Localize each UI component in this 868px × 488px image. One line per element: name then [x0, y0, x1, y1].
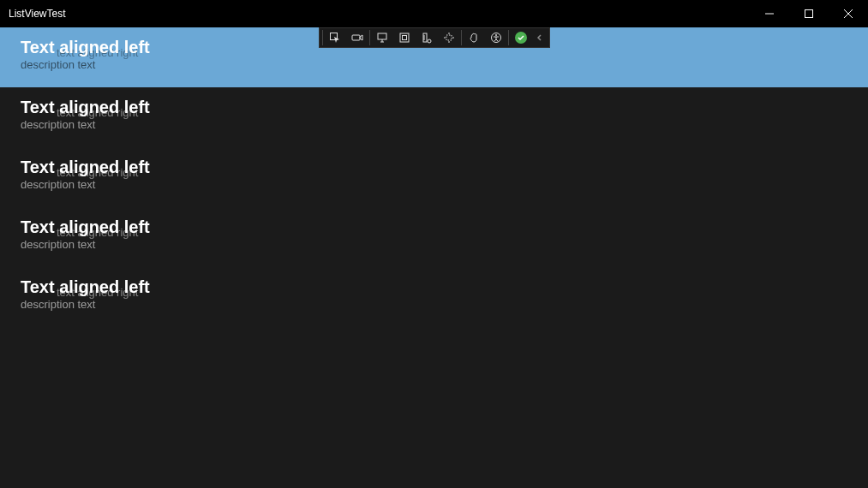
list-item[interactable]: text aligned right Text aligned left des…	[0, 267, 868, 327]
toolbar-divider	[322, 30, 323, 45]
svg-rect-14	[446, 35, 452, 40]
list-item[interactable]: text aligned right Text aligned left des…	[0, 87, 868, 147]
list-item-description: description text	[21, 238, 847, 251]
toolbar-divider	[369, 30, 370, 45]
svg-point-13	[428, 39, 431, 43]
list-item-description: description text	[21, 298, 847, 311]
guides-icon[interactable]	[438, 28, 460, 47]
collapse-icon[interactable]	[532, 28, 548, 47]
hand-icon[interactable]	[463, 28, 485, 47]
list-item-title: Text aligned left	[21, 158, 847, 176]
maximize-button[interactable]	[789, 0, 829, 27]
toolbar-divider	[508, 30, 509, 45]
status-ok-icon[interactable]	[510, 28, 532, 47]
list-item-title: Text aligned left	[21, 277, 847, 296]
titlebar: ListViewTest	[0, 0, 868, 27]
list-item-title: Text aligned left	[21, 217, 847, 236]
content-area: text aligned right Text aligned left des…	[0, 27, 868, 488]
list-item-description: description text	[21, 178, 847, 191]
list-item-description: description text	[21, 58, 847, 71]
minimize-button[interactable]	[750, 0, 789, 27]
select-element-icon[interactable]	[324, 28, 346, 47]
ruler-icon[interactable]	[416, 28, 438, 47]
layout-icon[interactable]	[393, 28, 416, 47]
window-title: ListViewTest	[9, 8, 65, 20]
svg-rect-8	[402, 36, 406, 40]
list-item[interactable]: text aligned right Text aligned left des…	[0, 147, 868, 207]
list-item-description: description text	[21, 118, 847, 131]
list-view[interactable]: text aligned right Text aligned left des…	[0, 27, 868, 327]
svg-rect-7	[400, 33, 409, 42]
svg-rect-5	[352, 35, 360, 40]
svg-point-20	[495, 34, 497, 36]
toolbar-divider	[461, 30, 462, 45]
svg-rect-1	[805, 10, 813, 18]
svg-rect-6	[378, 33, 386, 39]
list-item-title: Text aligned left	[21, 98, 847, 116]
pointer-icon[interactable]	[371, 28, 393, 47]
camera-icon[interactable]	[346, 28, 368, 47]
dev-toolbar[interactable]	[319, 27, 550, 48]
accessibility-icon[interactable]	[485, 28, 507, 47]
list-item[interactable]: text aligned right Text aligned left des…	[0, 207, 868, 267]
close-button[interactable]	[829, 0, 868, 27]
window-controls	[750, 0, 868, 27]
